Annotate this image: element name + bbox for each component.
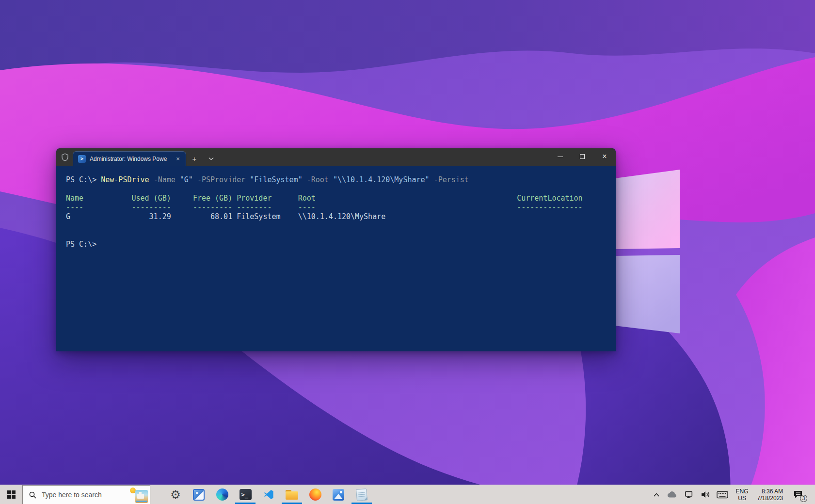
clock[interactable]: 8:36 AM 7/18/2023 — [753, 488, 787, 502]
search-highlights-image[interactable] — [129, 487, 148, 503]
tab-title: Administrator: Windows Powe — [90, 156, 169, 162]
show-hidden-icons-button[interactable] — [650, 485, 663, 504]
terminal-line — [66, 221, 612, 231]
onedrive-tray-button[interactable] — [663, 485, 681, 504]
terminal-line: ---- --------- --------- -------- ---- -… — [66, 203, 612, 212]
terminal-window: > Administrator: Windows Powe × + × PS C… — [56, 148, 616, 351]
date: 7/18/2023 — [757, 495, 783, 502]
volume-tray-button[interactable] — [697, 485, 713, 504]
photos-app-button[interactable] — [327, 485, 350, 504]
windows-terminal-app-button[interactable]: >_ — [234, 485, 257, 504]
terminal-tab[interactable]: > Administrator: Windows Powe × — [73, 151, 186, 166]
file-explorer-app-button[interactable] — [280, 485, 304, 504]
maximize-button[interactable] — [571, 148, 593, 165]
media-app-icon — [193, 489, 205, 501]
start-button[interactable] — [0, 485, 22, 504]
edge-app-button[interactable] — [210, 485, 234, 504]
search-input[interactable] — [42, 491, 129, 499]
action-center-button[interactable]: 3 — [789, 485, 808, 504]
windows-terminal-icon: >_ — [240, 489, 252, 500]
notepad-icon — [356, 488, 368, 501]
touch-keyboard-tray-button[interactable] — [713, 485, 732, 504]
terminal-line: PS C:\> New-PSDrive -Name "G" -PSProvide… — [66, 175, 612, 185]
onedrive-cloud-icon — [667, 491, 677, 499]
file-explorer-icon — [286, 490, 298, 500]
search-icon — [29, 491, 37, 499]
pinned-apps: ⚙ >_ — [164, 485, 373, 504]
vscode-app-button[interactable] — [257, 485, 280, 504]
gear-icon: ⚙ — [170, 489, 181, 501]
terminal-content[interactable]: PS C:\> New-PSDrive -Name "G" -PSProvide… — [56, 166, 616, 249]
language-indicator[interactable]: ENG US — [732, 488, 753, 502]
notification-count-badge: 3 — [800, 495, 807, 502]
tab-dropdown-button[interactable] — [203, 151, 219, 166]
time: 8:36 AM — [757, 488, 783, 495]
chevron-down-icon — [208, 157, 214, 160]
close-icon: × — [602, 153, 607, 160]
firefox-app-button[interactable] — [304, 485, 327, 504]
terminal-line — [66, 185, 612, 194]
daily-image-thumbnail — [135, 490, 148, 503]
windows-start-icon — [7, 490, 16, 499]
speaker-icon — [701, 490, 710, 499]
network-icon — [684, 490, 694, 499]
tab-close-icon[interactable]: × — [173, 154, 183, 164]
photos-icon — [333, 489, 344, 501]
language-code: ENG — [736, 488, 749, 495]
taskbar: ⚙ >_ — [0, 485, 815, 504]
search-box — [22, 485, 150, 504]
system-tray: ENG US 8:36 AM 7/18/2023 3 — [650, 485, 815, 504]
powershell-icon: > — [78, 155, 86, 163]
chevron-up-icon — [653, 492, 660, 497]
notepad-app-button[interactable] — [350, 485, 373, 504]
admin-shield-icon — [61, 153, 69, 161]
minimize-button[interactable] — [549, 148, 571, 165]
terminal-tab-bar: > Administrator: Windows Powe × + × — [56, 148, 616, 166]
close-button[interactable]: × — [593, 148, 616, 165]
terminal-line: PS C:\> — [66, 240, 612, 249]
desktop: > Administrator: Windows Powe × + × PS C… — [0, 0, 815, 504]
new-tab-button[interactable]: + — [186, 151, 203, 166]
firefox-icon — [309, 488, 321, 501]
maximize-icon — [580, 154, 585, 159]
terminal-line: Name Used (GB) Free (GB) Provider Root C… — [66, 194, 612, 203]
settings-app-button[interactable]: ⚙ — [164, 485, 187, 504]
vscode-icon — [263, 489, 274, 501]
media-app-button[interactable] — [187, 485, 210, 504]
edge-icon — [216, 488, 228, 501]
network-tray-button[interactable] — [681, 485, 697, 504]
minimize-icon — [558, 157, 563, 157]
terminal-line: G 31.29 68.01 FileSystem \\10.1.4.120\My… — [66, 212, 612, 221]
terminal-line — [66, 231, 612, 240]
titlebar-drag-region[interactable] — [219, 148, 549, 166]
touch-keyboard-icon — [717, 491, 728, 499]
language-region: US — [736, 495, 749, 502]
